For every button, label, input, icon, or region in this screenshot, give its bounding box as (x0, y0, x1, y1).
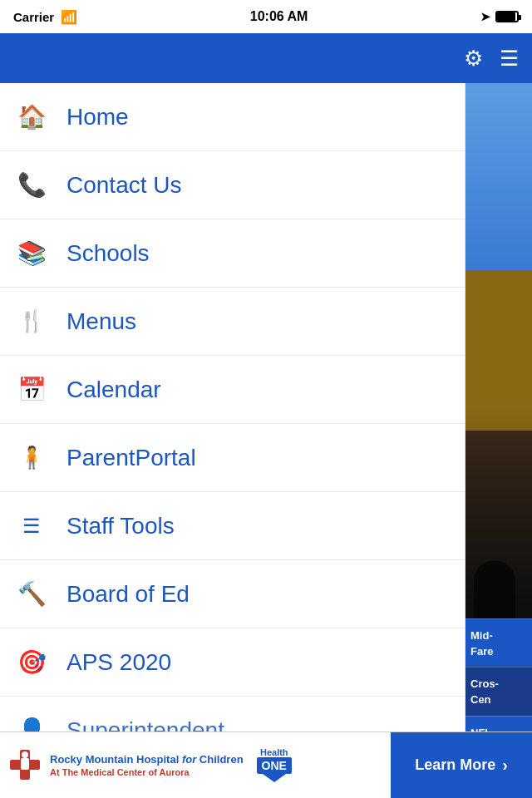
health-one-badge: Health ONE (257, 748, 292, 783)
nav-item-boardofed[interactable]: 🔨 Board of Ed (0, 560, 465, 628)
status-left: Carrier 📶 (13, 9, 77, 25)
time-display: 10:06 AM (250, 9, 308, 24)
cros-label: Cros- Cen (470, 677, 499, 706)
status-right: ➤ (480, 10, 519, 23)
nav-label-stafftools: Staff Tools (66, 513, 175, 539)
mid-label: Mid- Fare (470, 629, 493, 658)
learn-more-arrow-icon: › (502, 756, 508, 775)
gavel-icon: 🔨 (17, 580, 47, 608)
ad-content: Rocky Mountain Hospital for Children At … (0, 748, 391, 783)
calendar-icon: 📅 (17, 376, 47, 403)
nav-item-stafftools[interactable]: ☰ Staff Tools (0, 492, 465, 560)
nav-item-parentportal[interactable]: 🧍 ParentPortal (0, 424, 465, 492)
battery-fill (497, 12, 515, 21)
learn-more-label: Learn More (415, 756, 495, 774)
ad-logo (8, 748, 42, 781)
nav-menu: 🏠 Home 📞 Contact Us 📚 Schools 🍴 Menus 📅 … (0, 83, 466, 765)
nav-label-menus: Menus (66, 308, 136, 335)
learn-more-button[interactable]: Learn More › (391, 732, 532, 799)
fork-knife-icon: 🍴 (17, 308, 47, 334)
ad-bar: Rocky Mountain Hospital for Children At … (0, 732, 532, 798)
right-panel: Mid- Fare Cros- Cen NFL the S (466, 83, 532, 765)
nav-item-aps2020[interactable]: 🎯 APS 2020 (0, 628, 465, 697)
carrier-label: Carrier (13, 10, 54, 24)
toolbar: ⚙ ☰ (0, 33, 532, 83)
nav-label-boardofed: Board of Ed (66, 581, 190, 608)
ad-subtitle: At The Medical Center of Aurora (50, 767, 244, 777)
main-content: 🏠 Home 📞 Contact Us 📚 Schools 🍴 Menus 📅 … (0, 83, 532, 765)
ad-text: Rocky Mountain Hospital for Children At … (50, 753, 244, 777)
photo-background (466, 83, 532, 618)
right-block-cros[interactable]: Cros- Cen (466, 667, 532, 716)
parentportal-icon: 🧍 (17, 445, 47, 470)
phone-icon: 📞 (17, 171, 47, 199)
nav-item-menus[interactable]: 🍴 Menus (0, 288, 465, 356)
nav-item-contact[interactable]: 📞 Contact Us (0, 151, 465, 219)
hamburger-menu-icon[interactable]: ☰ (500, 46, 519, 71)
home-icon: 🏠 (17, 103, 47, 131)
nav-label-calendar: Calendar (66, 377, 161, 403)
settings-icon[interactable]: ⚙ (464, 46, 483, 71)
book-icon: 📚 (17, 239, 47, 267)
nav-label-aps2020: APS 2020 (66, 649, 171, 676)
right-block-mid[interactable]: Mid- Fare (466, 618, 532, 667)
nav-label-parentportal: ParentPortal (66, 445, 196, 471)
status-bar: Carrier 📶 10:06 AM ➤ (0, 0, 532, 33)
nav-item-calendar[interactable]: 📅 Calendar (0, 356, 465, 424)
nav-label-schools: Schools (66, 240, 150, 267)
nav-item-schools[interactable]: 📚 Schools (0, 219, 465, 288)
photo-overlay (466, 404, 532, 618)
nav-label-contact: Contact Us (66, 172, 182, 199)
wifi-icon: 📶 (61, 9, 77, 25)
compass-icon: 🎯 (17, 648, 47, 676)
ad-hospital-name: Rocky Mountain Hospital for Children (50, 753, 244, 767)
nav-label-home: Home (66, 104, 129, 131)
hospital-cross-icon (8, 748, 42, 781)
battery-icon (495, 11, 519, 22)
location-icon: ➤ (480, 10, 490, 23)
right-panel-image (466, 83, 532, 618)
nav-item-home[interactable]: 🏠 Home (0, 83, 465, 151)
list-icon: ☰ (17, 515, 47, 538)
